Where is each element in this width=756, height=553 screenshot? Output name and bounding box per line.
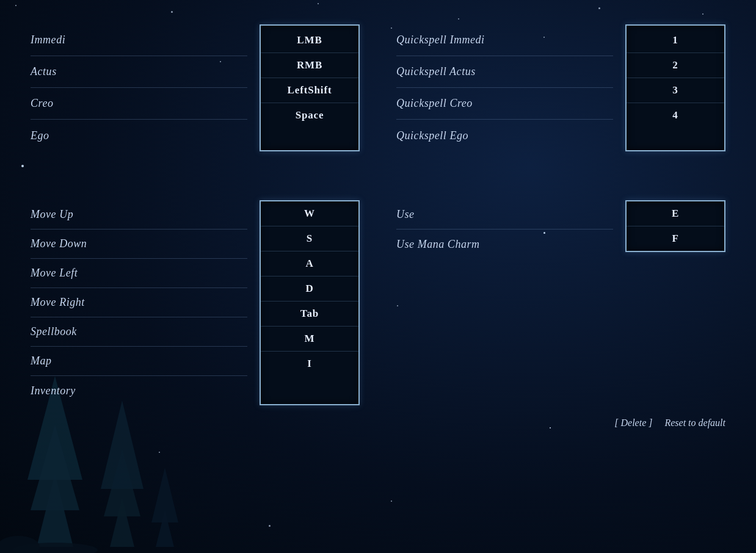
top-left-key-1[interactable]: RMB: [261, 53, 358, 78]
top-right-label-3: Quickspell Ego: [396, 120, 613, 151]
top-left-key-group: LMBRMBLeftShiftSpace: [260, 24, 360, 151]
bottom-left-label-0: Move Up: [31, 200, 247, 230]
top-right-key-0[interactable]: 1: [627, 28, 724, 53]
top-right-label-1: Quickspell Actus: [396, 56, 613, 88]
bottom-left-label-5: Map: [31, 347, 247, 376]
bottom-left-key-3[interactable]: D: [261, 276, 358, 302]
top-right-bindings: Quickspell ImmediQuickspell ActusQuicksp…: [396, 24, 725, 151]
bottom-left-key-4[interactable]: Tab: [261, 302, 358, 327]
top-right-labels: Quickspell ImmediQuickspell ActusQuicksp…: [396, 24, 613, 151]
bottom-left-key-1[interactable]: S: [261, 226, 358, 251]
bottom-bindings-section: Move UpMove DownMove LeftMove RightSpell…: [31, 200, 725, 405]
top-left-label-3: Ego: [31, 120, 247, 151]
footer-bar: [ Delete ] Reset to default: [31, 405, 725, 428]
top-left-labels: ImmediActusCreoEgo: [31, 24, 247, 151]
top-left-label-0: Immedi: [31, 24, 247, 56]
bottom-left-label-6: Inventory: [31, 376, 247, 405]
top-right-key-3[interactable]: 4: [627, 103, 724, 128]
section-divider: [31, 182, 725, 200]
bottom-right-label-0: Use: [396, 200, 613, 230]
top-left-bindings: ImmediActusCreoEgoLMBRMBLeftShiftSpace: [31, 24, 360, 151]
bottom-left-labels: Move UpMove DownMove LeftMove RightSpell…: [31, 200, 247, 405]
reset-to-default-button[interactable]: Reset to default: [664, 417, 725, 428]
bottom-right-bindings: UseUse Mana CharmEF: [396, 200, 725, 405]
top-left-key-2[interactable]: LeftShift: [261, 78, 358, 103]
bottom-left-key-2[interactable]: A: [261, 251, 358, 276]
keybindings-panel: ImmediActusCreoEgoLMBRMBLeftShiftSpaceQu…: [0, 0, 756, 553]
top-bindings-section: ImmediActusCreoEgoLMBRMBLeftShiftSpaceQu…: [31, 24, 725, 151]
top-right-label-0: Quickspell Immedi: [396, 24, 613, 56]
bottom-right-key-group: EF: [625, 200, 725, 252]
top-right-label-2: Quickspell Creo: [396, 88, 613, 120]
bottom-right-key-1[interactable]: F: [627, 226, 724, 251]
top-right-key-2[interactable]: 3: [627, 78, 724, 103]
bottom-left-label-4: Spellbook: [31, 317, 247, 347]
bottom-left-bindings: Move UpMove DownMove LeftMove RightSpell…: [31, 200, 360, 405]
bottom-left-label-2: Move Left: [31, 259, 247, 288]
bottom-right-labels: UseUse Mana Charm: [396, 200, 613, 259]
top-left-label-2: Creo: [31, 88, 247, 120]
top-left-key-0[interactable]: LMB: [261, 28, 358, 53]
bottom-right-label-1: Use Mana Charm: [396, 230, 613, 259]
bottom-left-key-6[interactable]: I: [261, 352, 358, 376]
bottom-left-key-0[interactable]: W: [261, 201, 358, 226]
bottom-right-key-0[interactable]: E: [627, 201, 724, 226]
bottom-left-label-3: Move Right: [31, 288, 247, 317]
top-left-label-1: Actus: [31, 56, 247, 88]
top-left-key-3[interactable]: Space: [261, 103, 358, 128]
bottom-left-key-group: WSADTabMI: [260, 200, 360, 405]
bottom-left-label-1: Move Down: [31, 230, 247, 259]
top-right-key-1[interactable]: 2: [627, 53, 724, 78]
top-right-key-group: 1234: [625, 24, 725, 151]
delete-button[interactable]: [ Delete ]: [614, 417, 652, 428]
bottom-left-key-5[interactable]: M: [261, 327, 358, 352]
